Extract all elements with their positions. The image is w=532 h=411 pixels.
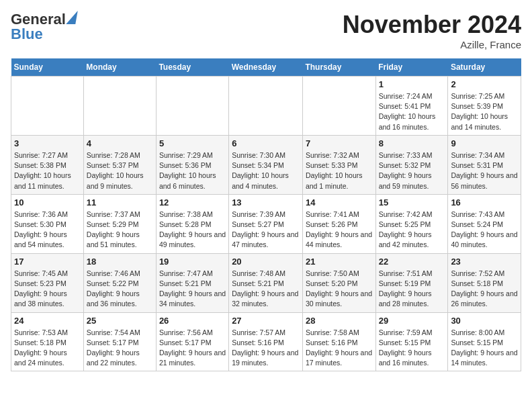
- day-number: 22: [379, 257, 445, 267]
- day-number: 21: [306, 257, 373, 267]
- header-cell-tuesday: Tuesday: [156, 58, 228, 77]
- day-cell: 5Sunrise: 7:29 AM Sunset: 5:36 PM Daylig…: [156, 135, 228, 194]
- day-number: 12: [159, 197, 226, 208]
- day-cell: 2Sunrise: 7:25 AM Sunset: 5:39 PM Daylig…: [448, 77, 521, 136]
- day-number: 18: [87, 257, 153, 267]
- day-number: 2: [451, 79, 518, 89]
- day-cell: 4Sunrise: 7:28 AM Sunset: 5:37 PM Daylig…: [83, 135, 156, 194]
- day-info: Sunrise: 7:58 AM Sunset: 5:16 PM Dayligh…: [306, 328, 373, 369]
- day-info: Sunrise: 7:46 AM Sunset: 5:22 PM Dayligh…: [87, 269, 153, 310]
- day-cell: 3Sunrise: 7:27 AM Sunset: 5:38 PM Daylig…: [11, 135, 84, 194]
- page-header: General Blue November 2024 Azille, Franc…: [11, 11, 521, 50]
- day-cell: 20Sunrise: 7:48 AM Sunset: 5:21 PM Dayli…: [229, 253, 303, 312]
- header-cell-wednesday: Wednesday: [229, 58, 303, 77]
- day-cell: 25Sunrise: 7:54 AM Sunset: 5:17 PM Dayli…: [83, 312, 156, 371]
- month-title: November 2024: [343, 11, 521, 39]
- day-info: Sunrise: 7:45 AM Sunset: 5:23 PM Dayligh…: [14, 269, 81, 310]
- day-number: 7: [306, 138, 373, 148]
- day-number: 8: [379, 138, 445, 148]
- week-row-2: 3Sunrise: 7:27 AM Sunset: 5:38 PM Daylig…: [11, 135, 521, 194]
- week-row-3: 10Sunrise: 7:36 AM Sunset: 5:30 PM Dayli…: [11, 194, 521, 253]
- day-number: 29: [379, 316, 445, 326]
- day-info: Sunrise: 7:25 AM Sunset: 5:39 PM Dayligh…: [451, 91, 518, 132]
- day-cell: 12Sunrise: 7:38 AM Sunset: 5:28 PM Dayli…: [156, 194, 228, 253]
- day-info: Sunrise: 7:30 AM Sunset: 5:34 PM Dayligh…: [232, 150, 300, 191]
- day-info: Sunrise: 7:29 AM Sunset: 5:36 PM Dayligh…: [159, 150, 226, 191]
- day-number: 4: [87, 138, 153, 148]
- day-info: Sunrise: 7:39 AM Sunset: 5:27 PM Dayligh…: [232, 210, 300, 250]
- day-info: Sunrise: 7:27 AM Sunset: 5:38 PM Dayligh…: [14, 150, 81, 191]
- day-number: 20: [232, 257, 300, 267]
- week-row-5: 24Sunrise: 7:53 AM Sunset: 5:18 PM Dayli…: [11, 312, 521, 371]
- day-cell: 9Sunrise: 7:34 AM Sunset: 5:31 PM Daylig…: [448, 135, 521, 194]
- header-cell-monday: Monday: [83, 58, 156, 77]
- day-cell: 10Sunrise: 7:36 AM Sunset: 5:30 PM Dayli…: [11, 194, 84, 253]
- day-cell: 8Sunrise: 7:33 AM Sunset: 5:32 PM Daylig…: [375, 135, 448, 194]
- day-cell: 13Sunrise: 7:39 AM Sunset: 5:27 PM Dayli…: [229, 194, 303, 253]
- day-cell: 21Sunrise: 7:50 AM Sunset: 5:20 PM Dayli…: [302, 253, 375, 312]
- day-number: 28: [306, 316, 373, 326]
- day-number: 17: [14, 257, 81, 267]
- day-info: Sunrise: 7:32 AM Sunset: 5:33 PM Dayligh…: [306, 150, 373, 191]
- day-info: Sunrise: 7:48 AM Sunset: 5:21 PM Dayligh…: [232, 269, 300, 310]
- week-row-4: 17Sunrise: 7:45 AM Sunset: 5:23 PM Dayli…: [11, 253, 521, 312]
- day-number: 24: [14, 316, 81, 326]
- day-number: 5: [159, 138, 226, 148]
- day-info: Sunrise: 7:37 AM Sunset: 5:29 PM Dayligh…: [87, 210, 153, 250]
- day-number: 23: [451, 257, 518, 267]
- day-cell: 17Sunrise: 7:45 AM Sunset: 5:23 PM Dayli…: [11, 253, 84, 312]
- day-number: 10: [14, 197, 81, 208]
- day-info: Sunrise: 7:28 AM Sunset: 5:37 PM Dayligh…: [87, 150, 153, 191]
- day-cell: 19Sunrise: 7:47 AM Sunset: 5:21 PM Dayli…: [156, 253, 228, 312]
- day-info: Sunrise: 7:38 AM Sunset: 5:28 PM Dayligh…: [159, 210, 226, 250]
- day-info: Sunrise: 7:47 AM Sunset: 5:21 PM Dayligh…: [159, 269, 226, 310]
- day-cell: 16Sunrise: 7:43 AM Sunset: 5:24 PM Dayli…: [448, 194, 521, 253]
- day-cell: [302, 77, 375, 136]
- day-cell: 23Sunrise: 7:52 AM Sunset: 5:18 PM Dayli…: [448, 253, 521, 312]
- day-info: Sunrise: 7:36 AM Sunset: 5:30 PM Dayligh…: [14, 210, 81, 250]
- day-info: Sunrise: 7:43 AM Sunset: 5:24 PM Dayligh…: [451, 210, 518, 250]
- title-block: November 2024 Azille, France: [343, 11, 521, 50]
- day-info: Sunrise: 7:59 AM Sunset: 5:15 PM Dayligh…: [379, 328, 445, 369]
- day-cell: 29Sunrise: 7:59 AM Sunset: 5:15 PM Dayli…: [375, 312, 448, 371]
- day-number: 11: [87, 197, 153, 208]
- day-info: Sunrise: 7:34 AM Sunset: 5:31 PM Dayligh…: [451, 150, 518, 191]
- header-cell-friday: Friday: [375, 58, 448, 77]
- day-cell: 30Sunrise: 8:00 AM Sunset: 5:15 PM Dayli…: [448, 312, 521, 371]
- day-cell: 7Sunrise: 7:32 AM Sunset: 5:33 PM Daylig…: [302, 135, 375, 194]
- day-cell: [11, 77, 84, 136]
- calendar-header: SundayMondayTuesdayWednesdayThursdayFrid…: [11, 58, 521, 77]
- day-info: Sunrise: 8:00 AM Sunset: 5:15 PM Dayligh…: [451, 328, 518, 369]
- day-cell: 1Sunrise: 7:24 AM Sunset: 5:41 PM Daylig…: [375, 77, 448, 136]
- day-cell: 26Sunrise: 7:56 AM Sunset: 5:17 PM Dayli…: [156, 312, 228, 371]
- logo-blue: Blue: [11, 26, 43, 42]
- day-info: Sunrise: 7:52 AM Sunset: 5:18 PM Dayligh…: [451, 269, 518, 310]
- day-number: 25: [87, 316, 153, 326]
- day-cell: [83, 77, 156, 136]
- day-cell: 15Sunrise: 7:42 AM Sunset: 5:25 PM Dayli…: [375, 194, 448, 253]
- day-cell: [156, 77, 228, 136]
- header-row: SundayMondayTuesdayWednesdayThursdayFrid…: [11, 58, 521, 77]
- day-cell: [229, 77, 303, 136]
- day-number: 14: [306, 197, 373, 208]
- day-number: 9: [451, 138, 518, 148]
- header-cell-thursday: Thursday: [302, 58, 375, 77]
- logo: General Blue: [11, 11, 77, 42]
- day-info: Sunrise: 7:57 AM Sunset: 5:16 PM Dayligh…: [232, 328, 300, 369]
- day-info: Sunrise: 7:41 AM Sunset: 5:26 PM Dayligh…: [306, 210, 373, 250]
- day-cell: 6Sunrise: 7:30 AM Sunset: 5:34 PM Daylig…: [229, 135, 303, 194]
- day-cell: 18Sunrise: 7:46 AM Sunset: 5:22 PM Dayli…: [83, 253, 156, 312]
- day-info: Sunrise: 7:54 AM Sunset: 5:17 PM Dayligh…: [87, 328, 153, 369]
- day-number: 27: [232, 316, 300, 326]
- day-info: Sunrise: 7:33 AM Sunset: 5:32 PM Dayligh…: [379, 150, 445, 191]
- day-number: 19: [159, 257, 226, 267]
- day-cell: 28Sunrise: 7:58 AM Sunset: 5:16 PM Dayli…: [302, 312, 375, 371]
- day-number: 15: [379, 197, 445, 208]
- day-info: Sunrise: 7:24 AM Sunset: 5:41 PM Dayligh…: [379, 91, 445, 132]
- header-cell-saturday: Saturday: [448, 58, 521, 77]
- day-cell: 22Sunrise: 7:51 AM Sunset: 5:19 PM Dayli…: [375, 253, 448, 312]
- day-cell: 11Sunrise: 7:37 AM Sunset: 5:29 PM Dayli…: [83, 194, 156, 253]
- day-info: Sunrise: 7:50 AM Sunset: 5:20 PM Dayligh…: [306, 269, 373, 310]
- location: Azille, France: [343, 39, 521, 50]
- calendar-table: SundayMondayTuesdayWednesdayThursdayFrid…: [11, 58, 521, 371]
